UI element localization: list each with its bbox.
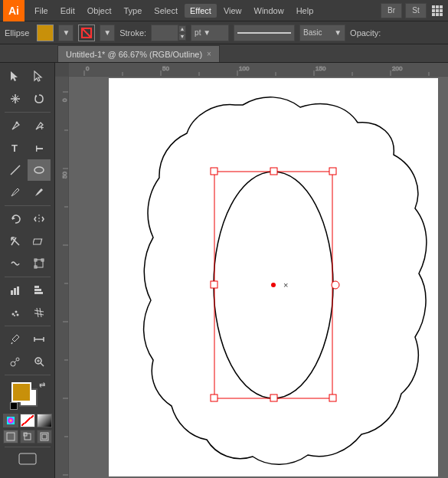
gradient-button[interactable]	[37, 414, 52, 427]
select-tool[interactable]	[4, 66, 27, 87]
eyedropper-tool[interactable]	[4, 329, 27, 350]
svg-line-37	[15, 361, 16, 362]
svg-rect-22	[14, 288, 16, 295]
dash-pattern-preview[interactable]	[234, 25, 295, 41]
magic-wand-tool[interactable]	[4, 88, 27, 110]
vertical-type-tool[interactable]: T	[28, 137, 51, 159]
blob-brush-tool[interactable]	[28, 182, 51, 203]
free-transform-tool[interactable]	[28, 253, 51, 274]
canvas-svg: ×	[109, 78, 438, 476]
paintbrush-tool[interactable]	[4, 182, 27, 203]
mesh-tool[interactable]	[28, 302, 51, 323]
svg-text:0: 0	[86, 65, 90, 72]
stroke-weight-input[interactable]	[151, 25, 178, 41]
workspace-grid-icon[interactable]	[430, 3, 445, 18]
scale-tool[interactable]	[4, 231, 27, 252]
type-tool[interactable]: T	[4, 137, 27, 159]
color-mode-button[interactable]	[3, 414, 18, 427]
drawing-modes-row	[3, 430, 52, 444]
menu-view[interactable]: View	[218, 4, 247, 18]
pen-tool[interactable]	[4, 115, 27, 136]
foreground-color-swatch[interactable]	[11, 382, 31, 402]
handle-bottom-left[interactable]	[211, 395, 217, 401]
shear-tool[interactable]	[28, 231, 51, 252]
rotate-tool[interactable]	[4, 208, 27, 230]
menu-effect[interactable]: Effect	[185, 4, 217, 18]
svg-marker-12	[12, 217, 15, 220]
svg-point-27	[12, 313, 15, 316]
handle-mid-right[interactable]	[332, 281, 339, 289]
direct-select-tool[interactable]	[28, 66, 51, 87]
blend-tool[interactable]	[4, 351, 27, 372]
normal-draw-mode[interactable]	[3, 430, 18, 444]
menu-edit[interactable]: Edit	[55, 4, 80, 18]
menu-items: File Edit Object Type Select Effect View…	[29, 4, 381, 18]
lasso-tool[interactable]	[28, 88, 51, 110]
main-area: + T T	[0, 63, 448, 478]
swap-colors-icon[interactable]: ⇄	[39, 381, 45, 389]
menu-type[interactable]: Type	[119, 4, 148, 18]
stock-button[interactable]: St	[405, 3, 427, 18]
tool-row-scale	[4, 231, 51, 252]
fill-color-swatch[interactable]	[37, 25, 54, 41]
ellipse-tool[interactable]	[28, 159, 51, 181]
handle-bottom-center[interactable]	[270, 395, 277, 401]
handle-top-center[interactable]	[270, 168, 277, 175]
zoom-tool[interactable]	[28, 351, 51, 372]
menu-select[interactable]: Select	[149, 4, 183, 18]
line-tool[interactable]	[4, 159, 27, 181]
canvas-area: 0 50 100 150 200 0	[55, 63, 448, 478]
horizontal-ruler: 0 50 100 150 200	[69, 63, 448, 77]
tab-close-button[interactable]: ×	[207, 50, 211, 58]
svg-rect-44	[25, 434, 31, 440]
bar-graph-tool[interactable]	[28, 280, 51, 301]
svg-text:200: 200	[392, 65, 403, 72]
symbol-sprayer-tool[interactable]	[4, 302, 27, 323]
center-point	[271, 283, 276, 287]
add-anchor-tool[interactable]: +	[28, 115, 51, 136]
artboard: ×	[109, 78, 438, 476]
svg-text:0: 0	[61, 98, 68, 102]
svg-rect-43	[7, 433, 15, 440]
svg-text:150: 150	[316, 65, 326, 72]
stroke-swatch-dropdown[interactable]: ▼	[100, 25, 115, 41]
crosshair-x: ×	[283, 280, 288, 290]
handle-mid-left[interactable]	[211, 281, 217, 288]
menu-help[interactable]: Help	[291, 4, 319, 18]
handle-top-right[interactable]	[329, 168, 336, 175]
fill-dropdown[interactable]: ▼	[58, 25, 74, 41]
tool-divider-4	[5, 326, 51, 326]
tool-divider-5	[5, 375, 51, 375]
stroke-unit-label: pt ▼	[195, 28, 211, 37]
menu-file[interactable]: File	[29, 4, 54, 18]
stroke-down-arrow[interactable]: ▼	[178, 33, 186, 41]
document-tab[interactable]: Untitled-1* @ 66.67% (RGB/Outline) ×	[57, 45, 220, 62]
vertical-ruler: 0 50	[55, 77, 69, 478]
draw-inside-mode[interactable]	[37, 430, 52, 444]
options-bar: Ellipse ▼ ▼ Stroke: ▲ ▼ pt ▼ Basic ▼ Opa…	[0, 21, 448, 44]
bridge-button[interactable]: Br	[381, 3, 402, 18]
tool-row-line	[4, 159, 51, 181]
column-graph-tool[interactable]	[4, 280, 27, 301]
stroke-label: Stroke:	[119, 28, 146, 38]
stroke-up-arrow[interactable]: ▲	[178, 25, 186, 33]
handle-top-left[interactable]	[211, 168, 217, 175]
tool-row-zoom	[4, 351, 51, 372]
svg-marker-0	[11, 71, 18, 81]
style-dropdown[interactable]: Basic ▼	[299, 25, 345, 41]
menu-object[interactable]: Object	[82, 4, 117, 18]
menu-window[interactable]: Window	[249, 4, 289, 18]
fill-dropdown-arrow: ▼	[62, 28, 70, 37]
warp-tool[interactable]	[4, 253, 27, 274]
handle-bottom-right[interactable]	[329, 395, 336, 401]
screen-mode-button[interactable]	[7, 450, 48, 468]
stroke-unit-dropdown[interactable]: pt ▼	[191, 25, 229, 41]
svg-rect-16	[33, 239, 42, 244]
none-color-button[interactable]	[20, 414, 35, 427]
default-colors-icon[interactable]	[10, 402, 18, 410]
reflect-tool[interactable]	[28, 208, 51, 230]
measure-tool[interactable]	[28, 329, 51, 350]
stroke-color-swatch[interactable]	[78, 25, 95, 41]
svg-point-11	[34, 167, 44, 173]
draw-behind-mode[interactable]	[20, 430, 35, 444]
